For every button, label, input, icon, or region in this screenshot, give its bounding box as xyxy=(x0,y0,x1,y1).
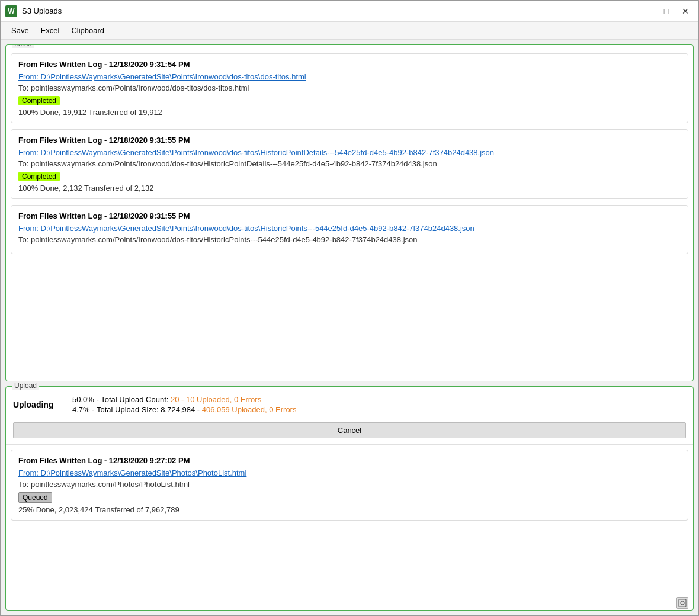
main-window: W S3 Uploads — □ ✕ Save Excel Clipboard … xyxy=(0,0,699,616)
upload-status-row: Uploading 50.0% - Total Upload Count: 20… xyxy=(13,395,686,414)
stat2-text: 4.7% - Total Upload Size: 8,724,984 - xyxy=(72,405,202,414)
upload-log-item-1: From Files Written Log - 12/18/2020 9:27… xyxy=(11,450,688,521)
app-icon: W xyxy=(5,5,17,17)
log-header-1: From Files Written Log - 12/18/2020 9:31… xyxy=(18,60,681,69)
upload-log-progress-1: 25% Done, 2,023,424 Transferred of 7,962… xyxy=(18,505,681,514)
title-bar-left: W S3 Uploads xyxy=(5,5,62,17)
upload-log-header-1: From Files Written Log - 12/18/2020 9:27… xyxy=(18,456,681,465)
items-group-box: Items From Files Written Log - 12/18/202… xyxy=(5,44,694,381)
log-progress-2: 100% Done, 2,132 Transferred of 2,132 xyxy=(18,184,681,192)
status-badge-completed-2: Completed xyxy=(18,172,60,181)
screenshot-icon[interactable] xyxy=(676,597,688,609)
log-header-3: From Files Written Log - 12/18/2020 9:31… xyxy=(18,211,681,220)
upload-stats: 50.0% - Total Upload Count: 20 - 10 Uplo… xyxy=(72,395,296,414)
title-bar-controls: — □ ✕ xyxy=(639,5,694,17)
log-header-2: From Files Written Log - 12/18/2020 9:31… xyxy=(18,136,681,145)
log-item-3: From Files Written Log - 12/18/2020 9:31… xyxy=(11,205,688,254)
svg-point-1 xyxy=(681,601,684,605)
upload-group-label: Upload xyxy=(12,381,39,390)
status-badge-completed-1: Completed xyxy=(18,96,60,105)
log-item-1: From Files Written Log - 12/18/2020 9:31… xyxy=(11,53,688,123)
stat1-text: 50.0% - Total Upload Count: xyxy=(72,395,171,404)
stat-line-1: 50.0% - Total Upload Count: 20 - 10 Uplo… xyxy=(72,395,296,404)
upload-log-to-1: To: pointlesswaymarks.com/Photos/PhotoLi… xyxy=(18,480,681,489)
status-badge-queued-1: Queued xyxy=(18,492,52,503)
uploading-label: Uploading xyxy=(13,400,60,409)
menu-excel[interactable]: Excel xyxy=(35,24,66,37)
log-to-2: To: pointlesswaymarks.com/Points/Ironwoo… xyxy=(18,159,681,168)
stat2-orange: 406,059 Uploaded, 0 Errors xyxy=(202,405,297,414)
log-from-1[interactable]: From: D:\PointlessWaymarks\GeneratedSite… xyxy=(18,72,681,81)
log-to-1: To: pointlesswaymarks.com/Points/Ironwoo… xyxy=(18,84,681,92)
items-group-label: Items xyxy=(12,44,34,48)
log-from-2[interactable]: From: D:\PointlessWaymarks\GeneratedSite… xyxy=(18,148,681,157)
cancel-button[interactable]: Cancel xyxy=(13,422,686,438)
upload-content: Uploading 50.0% - Total Upload Count: 20… xyxy=(6,387,693,444)
log-item-2: From Files Written Log - 12/18/2020 9:31… xyxy=(11,129,688,199)
menu-clipboard[interactable]: Clipboard xyxy=(65,24,110,37)
maximize-button[interactable]: □ xyxy=(658,5,675,17)
upload-log-scroll[interactable]: From Files Written Log - 12/18/2020 9:27… xyxy=(6,444,693,610)
menu-bar: Save Excel Clipboard xyxy=(1,22,698,40)
log-progress-1: 100% Done, 19,912 Transferred of 19,912 xyxy=(18,108,681,117)
log-to-3: To: pointlesswaymarks.com/Points/Ironwoo… xyxy=(18,235,681,244)
log-from-3[interactable]: From: D:\PointlessWaymarks\GeneratedSite… xyxy=(18,224,681,233)
stat1-orange: 20 - 10 Uploaded, 0 Errors xyxy=(171,395,261,404)
upload-group-box: Upload Uploading 50.0% - Total Upload Co… xyxy=(5,386,694,611)
minimize-button[interactable]: — xyxy=(639,5,656,17)
stat-line-2: 4.7% - Total Upload Size: 8,724,984 - 40… xyxy=(72,405,296,414)
title-bar: W S3 Uploads — □ ✕ xyxy=(1,1,698,22)
upload-log-from-1[interactable]: From: D:\PointlessWaymarks\GeneratedSite… xyxy=(18,469,681,477)
main-content: Items From Files Written Log - 12/18/202… xyxy=(1,40,698,615)
items-scroll-area[interactable]: From Files Written Log - 12/18/2020 9:31… xyxy=(6,45,693,381)
window-title: S3 Uploads xyxy=(22,7,62,15)
close-button[interactable]: ✕ xyxy=(677,5,694,17)
menu-save[interactable]: Save xyxy=(5,24,35,37)
svg-rect-0 xyxy=(679,599,686,607)
